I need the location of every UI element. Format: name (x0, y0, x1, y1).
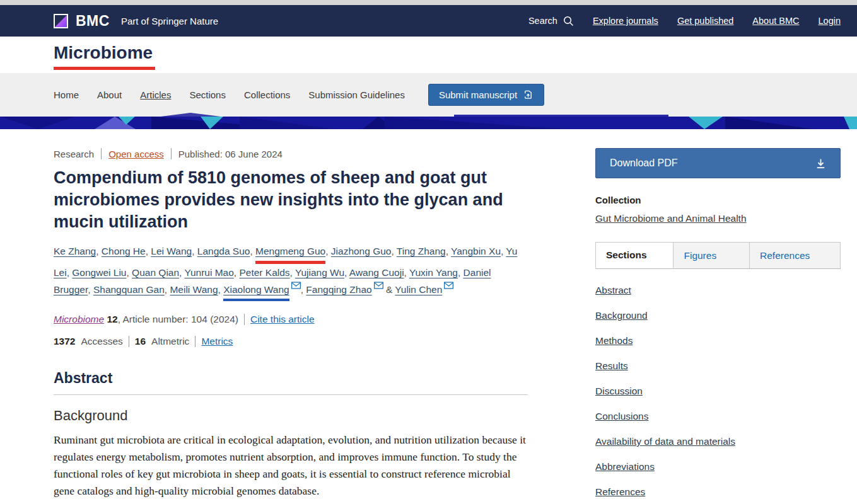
section-link-abstract[interactable]: Abstract (595, 284, 631, 296)
section-link-conclusions[interactable]: Conclusions (595, 410, 648, 422)
altmetric-count: 16 (135, 336, 146, 347)
author-wrap: Jiazhong Guo (331, 246, 392, 256)
author-wrap: Peter Kalds (239, 267, 289, 278)
author-link-gongwei-liu[interactable]: Gongwei Liu (72, 267, 126, 278)
nav-item-collections[interactable]: Collections (244, 89, 290, 100)
envelope-icon[interactable] (291, 282, 301, 289)
bmc-brand[interactable]: BMC Part of Springer Nature (54, 13, 218, 30)
envelope-icon[interactable] (374, 282, 383, 289)
author-wrap: Quan Qian (132, 267, 179, 278)
section-link-abbreviations[interactable]: Abbreviations (595, 461, 655, 472)
author-link-mengmeng-guo[interactable]: Mengmeng Guo (255, 246, 325, 256)
journal-home-link[interactable]: Microbiome (54, 43, 155, 70)
nav-item-home[interactable]: Home (54, 89, 79, 100)
decorative-banner (0, 117, 857, 129)
header-link-about-bmc[interactable]: About BMC (752, 16, 799, 26)
manuscript-upload-icon (523, 89, 533, 100)
author-link-chong-he[interactable]: Chong He (102, 246, 146, 256)
author-wrap: Yuxin Yang (409, 267, 458, 278)
journal-citation-link[interactable]: Microbiome (54, 314, 104, 324)
author-wrap: Gongwei Liu (72, 267, 126, 278)
divider (195, 336, 195, 347)
section-link-discussion[interactable]: Discussion (595, 385, 643, 397)
springer-nature-tagline: Part of Springer Nature (121, 16, 218, 26)
accesses-count: 1372 (54, 336, 75, 347)
section-link-availability-of-data-and-materials[interactable]: Availability of data and materials (595, 435, 735, 447)
sidebar-tabs: SectionsFiguresReferences (595, 242, 841, 269)
section-link-results[interactable]: Results (595, 360, 628, 372)
bmc-logo-icon (54, 14, 68, 28)
citation-line: Microbiome 12, Article number: 104 (2024… (54, 314, 528, 325)
author-wrap: Xiaolong Wang (223, 281, 289, 301)
author-link-meili-wang[interactable]: Meili Wang (170, 284, 218, 295)
author-link-peter-kalds[interactable]: Peter Kalds (239, 267, 289, 278)
tab-sections[interactable]: Sections (595, 242, 673, 268)
envelope-icon[interactable] (444, 282, 453, 289)
section-link-references[interactable]: References (595, 486, 645, 498)
author-wrap: Langda Suo (197, 246, 250, 256)
nav-item-sections[interactable]: Sections (189, 89, 226, 100)
search-label: Search (528, 16, 557, 26)
browser-chrome-strip (0, 0, 857, 5)
article-type: Research (54, 149, 94, 159)
search-button[interactable]: Search (528, 16, 574, 26)
section-link-methods[interactable]: Methods (595, 335, 633, 346)
abstract-divider (54, 394, 528, 395)
download-pdf-label: Download PDF (610, 158, 678, 169)
open-access-link[interactable]: Open access (108, 149, 164, 159)
journal-nav-bar: HomeAboutArticlesSectionsCollectionsSubm… (0, 73, 857, 117)
bmc-logo-text: BMC (76, 13, 110, 30)
divider (129, 336, 129, 347)
nav-item-submission-guidelines[interactable]: Submission Guidelines (308, 89, 405, 100)
abstract-heading: Abstract (54, 370, 528, 387)
published-date: Published: 06 June 2024 (178, 149, 283, 159)
page-content: Research Open access Published: 06 June … (54, 129, 841, 500)
cite-this-article-link[interactable]: Cite this article (250, 314, 315, 325)
author-wrap: Yulin Chen (395, 284, 442, 295)
author-link-ke-zhang[interactable]: Ke Zhang (54, 246, 96, 256)
author-link-yujiang-wu[interactable]: Yujiang Wu (295, 267, 344, 278)
author-link-yuxin-yang[interactable]: Yuxin Yang (409, 267, 458, 278)
download-pdf-button[interactable]: Download PDF (595, 148, 841, 178)
divider (244, 314, 245, 325)
metrics-link[interactable]: Metrics (201, 336, 233, 347)
author-wrap: Chong He (102, 246, 146, 256)
author-link-fangqing-zhao[interactable]: Fangqing Zhao (306, 284, 371, 295)
author-link-yulin-chen[interactable]: Yulin Chen (395, 284, 442, 295)
author-link-langda-suo[interactable]: Langda Suo (197, 246, 250, 256)
submit-manuscript-label: Submit manuscript (439, 89, 517, 100)
article-title: Compendium of 5810 genomes of sheep and … (54, 167, 528, 233)
author-link-ting-zhang[interactable]: Ting Zhang (397, 246, 446, 256)
collection-link[interactable]: Gut Microbiome and Animal Health (595, 213, 747, 224)
divider (101, 148, 102, 159)
author-link-shangquan-gan[interactable]: Shangquan Gan (93, 284, 165, 295)
tab-figures[interactable]: Figures (673, 242, 750, 268)
author-wrap: Ting Zhang (397, 246, 446, 256)
background-heading: Background (54, 408, 528, 424)
search-icon (563, 16, 574, 26)
header-link-get-published[interactable]: Get published (677, 16, 733, 26)
author-wrap: Meili Wang (170, 284, 218, 295)
download-icon (815, 158, 826, 169)
journal-band: Microbiome (0, 37, 857, 73)
volume-number: 12 (107, 314, 117, 324)
author-wrap: Yujiang Wu (295, 267, 344, 278)
header-link-explore-journals[interactable]: Explore journals (593, 16, 658, 26)
author-link-xiaolong-wang[interactable]: Xiaolong Wang (223, 284, 289, 295)
author-wrap: Awang Cuoji (349, 267, 404, 278)
background-paragraph: Ruminant gut microbiota are critical in … (54, 432, 528, 500)
author-link-yunrui-mao[interactable]: Yunrui Mao (184, 267, 233, 278)
author-link-jiazhong-guo[interactable]: Jiazhong Guo (331, 246, 392, 256)
header-link-login[interactable]: Login (819, 16, 841, 26)
nav-item-about[interactable]: About (97, 89, 122, 100)
author-link-yangbin-xu[interactable]: Yangbin Xu (451, 246, 501, 256)
tab-references[interactable]: References (750, 242, 841, 268)
nav-item-articles[interactable]: Articles (140, 89, 171, 100)
author-link-awang-cuoji[interactable]: Awang Cuoji (349, 267, 404, 278)
author-link-quan-qian[interactable]: Quan Qian (132, 267, 179, 278)
submit-manuscript-button[interactable]: Submit manuscript (428, 84, 544, 106)
divider (171, 148, 172, 159)
section-link-background[interactable]: Background (595, 309, 648, 321)
author-link-lei-wang[interactable]: Lei Wang (151, 246, 192, 256)
banner-pattern (0, 113, 857, 129)
